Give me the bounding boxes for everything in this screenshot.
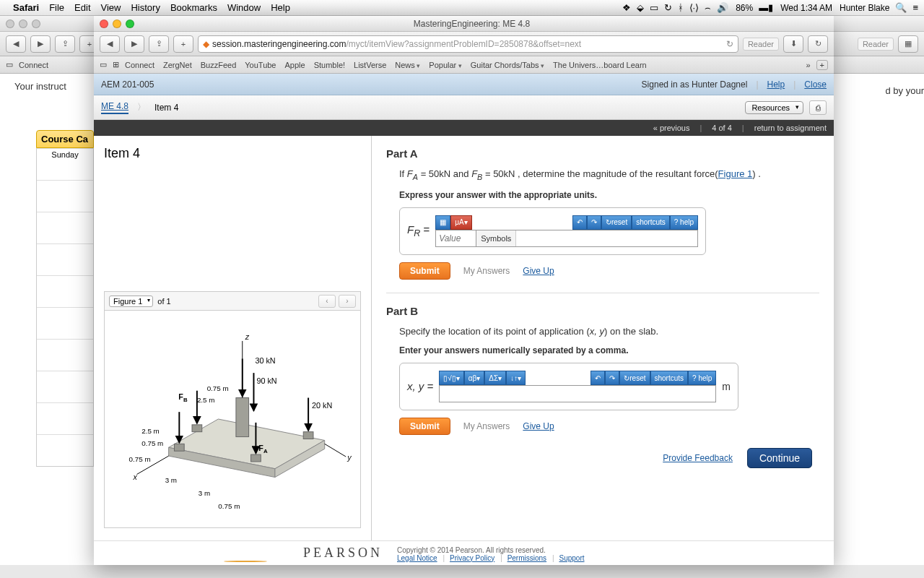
part-b-myanswers[interactable]: My Answers: [463, 421, 510, 431]
bg-fwd-button[interactable]: ▶: [30, 35, 51, 53]
back-button[interactable]: ◀: [100, 35, 120, 53]
airplay-icon[interactable]: ▭: [650, 2, 658, 13]
bm-stumble[interactable]: Stumble!: [314, 61, 345, 69]
clock[interactable]: Wed 1:34 AM: [780, 3, 832, 13]
dropbox-icon[interactable]: ⬙: [637, 2, 644, 13]
bm-zergnet[interactable]: ZergNet: [163, 61, 192, 69]
menu-help[interactable]: Help: [271, 2, 290, 13]
units-button[interactable]: μA▾: [450, 215, 471, 230]
bm-connect[interactable]: Connect: [125, 61, 154, 69]
spotlight-icon[interactable]: 🔍: [895, 2, 907, 13]
fig-prev-button[interactable]: ‹: [318, 295, 336, 308]
support-link[interactable]: Support: [559, 554, 584, 562]
legal-link[interactable]: Legal Notice: [397, 554, 437, 562]
tabs-button[interactable]: ↻: [808, 35, 828, 53]
figure-select[interactable]: Figure 1: [109, 296, 153, 307]
part-a-myanswers[interactable]: My Answers: [463, 266, 510, 276]
bg-max-dot[interactable]: [32, 20, 40, 28]
crumb-assignment[interactable]: ME 4.8: [101, 101, 128, 114]
notifications-icon[interactable]: ≡: [912, 2, 918, 13]
zoom-button[interactable]: [126, 20, 134, 28]
part-a-submit[interactable]: Submit: [399, 262, 450, 280]
battery-icon[interactable]: ▬▮: [759, 2, 773, 13]
part-b-value-input[interactable]: [440, 386, 715, 402]
redo-button-b[interactable]: ↷: [605, 371, 619, 385]
arrows-button[interactable]: ↓↑▾: [506, 371, 526, 385]
grid-icon[interactable]: ⊞: [113, 60, 119, 69]
bm-universe[interactable]: The Univers…board Learn: [553, 61, 647, 69]
redo-button[interactable]: ↷: [587, 215, 601, 230]
help-button[interactable]: ? help: [670, 215, 698, 230]
new-tab-button[interactable]: +: [816, 60, 828, 70]
continue-button[interactable]: Continue: [747, 448, 812, 468]
sigma-button[interactable]: ΔΣ▾: [484, 371, 506, 385]
app-name[interactable]: Safari: [13, 2, 39, 13]
reload-icon[interactable]: ↻: [726, 39, 733, 49]
add-button[interactable]: +: [173, 35, 193, 53]
bm-guitar[interactable]: Guitar Chords/Tabs: [471, 61, 544, 69]
wifi-icon[interactable]: ⌢: [705, 2, 711, 14]
volume-icon[interactable]: 🔊: [717, 2, 728, 13]
print-button[interactable]: ⎙: [809, 100, 827, 115]
figure-link[interactable]: Figure 1: [718, 168, 753, 179]
part-a-giveup[interactable]: Give Up: [523, 266, 554, 276]
sqrt-button[interactable]: ▯√▯▾: [439, 371, 464, 385]
fan-icon[interactable]: ❖: [622, 2, 631, 13]
shortcuts-button[interactable]: shortcuts: [632, 215, 670, 230]
resources-dropdown[interactable]: Resources: [745, 101, 803, 114]
reset-button[interactable]: ↻ reset: [601, 215, 632, 230]
part-b-giveup[interactable]: Give Up: [523, 421, 554, 431]
help-button-b[interactable]: ? help: [688, 371, 716, 385]
downloads-button[interactable]: ⬇: [783, 35, 803, 53]
bm-news[interactable]: News: [395, 61, 420, 69]
nav-previous[interactable]: « previous: [653, 124, 690, 132]
shortcuts-button-b[interactable]: shortcuts: [650, 371, 689, 385]
share-button[interactable]: ⇪: [149, 35, 169, 53]
book-icon[interactable]: ▭: [6, 60, 13, 69]
bluetooth-icon[interactable]: ᚼ: [678, 2, 684, 13]
close-link[interactable]: Close: [804, 79, 827, 90]
url-bar[interactable]: ◆ session.masteringengineering.com/myct/…: [198, 35, 738, 53]
bg-bm-connect[interactable]: Connect: [19, 61, 48, 69]
bm-buzzfeed[interactable]: BuzzFeed: [201, 61, 237, 69]
keypad-button[interactable]: ▦: [435, 215, 450, 230]
menu-bookmarks[interactable]: Bookmarks: [170, 2, 217, 13]
minimize-button[interactable]: [113, 20, 121, 28]
menu-file[interactable]: File: [49, 2, 64, 13]
menu-window[interactable]: Window: [227, 2, 261, 13]
bm-apple[interactable]: Apple: [285, 61, 305, 69]
bg-share-button[interactable]: ⇪: [55, 35, 75, 53]
close-button[interactable]: [100, 20, 108, 28]
bg-close-dot[interactable]: [6, 20, 14, 28]
undo-button[interactable]: ↶: [572, 215, 587, 230]
menu-view[interactable]: View: [101, 2, 121, 13]
help-link[interactable]: Help: [767, 79, 785, 90]
permissions-link[interactable]: Permissions: [507, 554, 546, 562]
bm-listverse[interactable]: ListVerse: [354, 61, 386, 69]
bg-reader[interactable]: Reader: [858, 38, 894, 51]
menu-history[interactable]: History: [131, 2, 160, 13]
bg-tabs-button[interactable]: ▦: [898, 35, 918, 53]
greek-button[interactable]: αβ▾: [464, 371, 485, 385]
part-b-submit[interactable]: Submit: [399, 418, 450, 435]
privacy-link[interactable]: Privacy Policy: [450, 554, 494, 562]
bg-min-dot[interactable]: [19, 20, 27, 28]
reader-button[interactable]: Reader: [743, 38, 779, 51]
user-name[interactable]: Hunter Blake: [840, 3, 889, 13]
forward-button[interactable]: ▶: [124, 35, 144, 53]
symbols-button[interactable]: Symbols: [476, 230, 515, 246]
menu-edit[interactable]: Edit: [74, 2, 90, 13]
bm-youtube[interactable]: YouTube: [245, 61, 276, 69]
provide-feedback-link[interactable]: Provide Feedback: [663, 453, 733, 463]
battery-percent[interactable]: 86%: [736, 3, 753, 13]
reset-button-b[interactable]: ↻ reset: [619, 371, 650, 385]
bm-popular[interactable]: Popular: [429, 61, 461, 69]
timemachine-icon[interactable]: ↻: [664, 2, 672, 13]
book-icon[interactable]: ▭: [100, 60, 107, 69]
sync-icon[interactable]: ⟨·⟩: [689, 2, 699, 13]
bg-back-button[interactable]: ◀: [6, 35, 26, 53]
undo-button-b[interactable]: ↶: [590, 371, 605, 385]
overflow-icon[interactable]: »: [806, 61, 810, 69]
fig-next-button[interactable]: ›: [339, 295, 356, 308]
nav-return[interactable]: return to assignment: [754, 124, 827, 132]
